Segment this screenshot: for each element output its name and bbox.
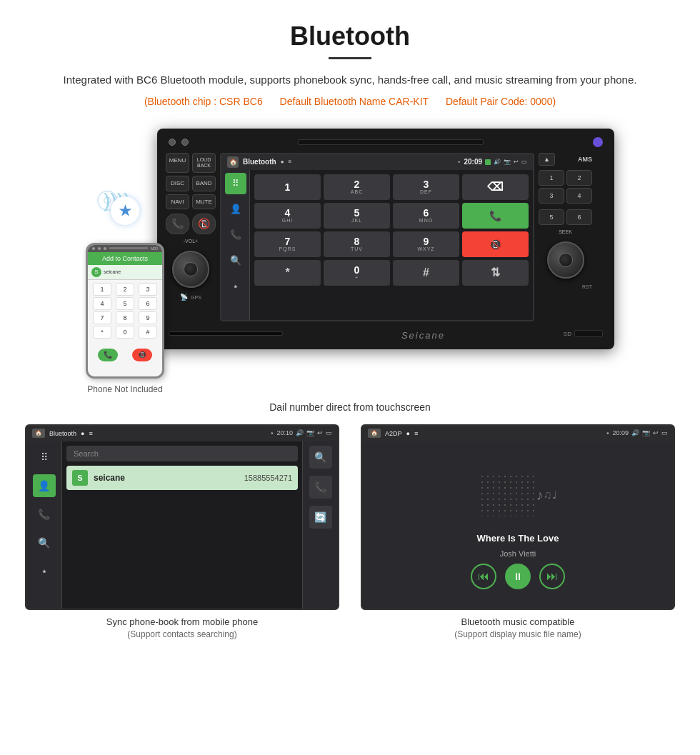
sidebar-contacts-icon[interactable]: 👤 bbox=[225, 199, 246, 220]
music-screenshot-frame: 🏠 A2DP ● ≡ ⭑ 20:09 🔊 📷 ↩ ▭ bbox=[361, 424, 675, 610]
music-home-btn[interactable]: 🏠 bbox=[368, 429, 381, 438]
unit-rbtn-3[interactable]: 3 bbox=[539, 188, 564, 204]
unit-right-knob-section bbox=[539, 241, 592, 279]
main-caption: Dail number direct from touchscreen bbox=[0, 401, 700, 413]
unit-call-btn[interactable]: 📞 bbox=[166, 214, 189, 234]
screen-app-label: Bluetooth bbox=[243, 158, 276, 166]
unit-navi-btn[interactable]: NAVI bbox=[166, 194, 189, 210]
unit-eject-btn[interactable]: ▲ bbox=[539, 153, 555, 166]
music-prev-btn[interactable]: ⏮ bbox=[471, 564, 496, 589]
bt-icon: ⭑ bbox=[458, 159, 461, 166]
dialpad-key-hash[interactable]: # bbox=[393, 260, 459, 286]
unit-disc-btn[interactable]: DISC bbox=[166, 176, 189, 191]
page-description: Integrated with BC6 Bluetooth module, su… bbox=[43, 72, 657, 89]
dialpad-backspace-btn[interactable]: ⌫ bbox=[462, 174, 529, 200]
unit-menu-btn[interactable]: MENU bbox=[166, 153, 189, 174]
seek-label: SEEK bbox=[539, 229, 592, 234]
unit-right-knob[interactable] bbox=[547, 241, 584, 279]
sidebar-bt-icon[interactable]: ⭑ bbox=[225, 276, 246, 297]
pb-action-search[interactable]: 🔍 bbox=[309, 446, 332, 469]
screen-home-btn[interactable]: 🏠 bbox=[227, 156, 239, 168]
unit-rbtn-1[interactable]: 1 bbox=[539, 170, 564, 186]
unit-rbtn-6[interactable]: 6 bbox=[566, 209, 592, 225]
music-screen-icon: 📷 bbox=[642, 429, 650, 437]
screen-menu-icon: ≡ bbox=[289, 159, 292, 165]
unit-screen: 🏠 Bluetooth ● ≡ ⭑ 20:09 🔊 📷 ↩ ▭ bbox=[220, 153, 534, 321]
dialpad-key-8[interactable]: 8 TUV bbox=[324, 231, 390, 257]
pb-call-icon[interactable]: 📞 bbox=[33, 503, 56, 526]
music-screenshot-card: 🏠 A2DP ● ≡ ⭑ 20:09 🔊 📷 ↩ ▭ bbox=[357, 424, 679, 641]
music-vol-icon: 🔊 bbox=[631, 429, 639, 437]
bt-code: Default Pair Code: 0000) bbox=[446, 96, 556, 107]
volume-icon: 🔊 bbox=[494, 159, 501, 165]
screen-status-indicator bbox=[485, 159, 491, 165]
pb-back-icon: ↩ bbox=[317, 429, 323, 437]
unit-left-knob-section bbox=[166, 251, 216, 288]
pb-dot: ● bbox=[81, 430, 84, 437]
pb-contact-name: seicane bbox=[94, 473, 125, 483]
dialpad-key-7[interactable]: 7 PQRS bbox=[254, 231, 321, 257]
phone-call-bar: 📞 📵 bbox=[88, 346, 162, 364]
dialpad-key-0[interactable]: 0 + bbox=[324, 260, 390, 286]
phonebook-screenshot-card: 🏠 Bluetooth ● ≡ ⭑ 20:10 🔊 📷 ↩ ▭ bbox=[21, 424, 343, 641]
unit-end-call-btn[interactable]: 📵 bbox=[192, 214, 216, 234]
pb-contact-number: 15885554271 bbox=[244, 474, 292, 482]
pb-grid-icon[interactable]: ⠿ bbox=[33, 446, 56, 469]
pb-search-sidebar-icon[interactable]: 🔍 bbox=[33, 531, 56, 554]
page-title: Bluetooth bbox=[43, 21, 657, 51]
music-song-title: Where Is The Love bbox=[477, 533, 559, 544]
main-unit-section: ⦾ )))) ⭑ M20 Add to Contacts S seicane bbox=[0, 129, 700, 394]
music-play-btn[interactable]: ⏸ bbox=[505, 564, 531, 589]
pb-bt-sidebar-icon[interactable]: ⭑ bbox=[33, 560, 56, 583]
music-back-icon: ↩ bbox=[653, 429, 659, 437]
sidebar-dialpad-icon[interactable]: ⠿ bbox=[225, 173, 246, 194]
unit-left-buttons: MENU LOUDBACK DISC BAND NAVI MUTE 📞 📵 - bbox=[166, 153, 216, 321]
unit-rbtn-2[interactable]: 2 bbox=[566, 170, 592, 186]
unit-left-knob[interactable] bbox=[172, 251, 209, 288]
pb-sidebar: ⠿ 👤 📞 🔍 ⭑ bbox=[26, 441, 62, 610]
dialpad-key-4[interactable]: 4 GHI bbox=[254, 203, 321, 229]
unit-rbtn-5[interactable]: 5 bbox=[539, 209, 564, 225]
pb-app-label: Bluetooth bbox=[49, 430, 76, 437]
sidebar-search-icon[interactable]: 🔍 bbox=[225, 250, 246, 271]
dialpad-end-btn[interactable]: 📵 bbox=[462, 231, 529, 257]
music-art-area: ♪ ♫ ♩ bbox=[475, 463, 561, 527]
music-content: ♪ ♫ ♩ Where Is The Love Josh Vietti ⏮ ⏸ … bbox=[362, 441, 674, 610]
pb-action-refresh[interactable]: 🔄 bbox=[309, 506, 332, 529]
dialpad-key-1[interactable]: 1 bbox=[254, 174, 321, 200]
pb-bt-icon: ⭑ bbox=[271, 429, 274, 437]
sd-label: SD bbox=[564, 331, 571, 337]
unit-loud-back-btn[interactable]: LOUDBACK bbox=[192, 153, 216, 174]
dialpad-call-btn[interactable]: 📞 bbox=[462, 203, 529, 229]
unit-mute-btn[interactable]: MUTE bbox=[192, 194, 216, 210]
pb-contact-icon[interactable]: 👤 bbox=[33, 474, 56, 497]
unit-band-btn[interactable]: BAND bbox=[192, 176, 216, 191]
bluetooth-logo: ⭑ bbox=[111, 196, 139, 225]
unit-bottom-bar: Seicane SD bbox=[166, 327, 606, 341]
pb-home-btn[interactable]: 🏠 bbox=[32, 429, 45, 438]
dialpad-key-2[interactable]: 2 ABC bbox=[324, 174, 390, 200]
pb-main: Search S seicane 15885554271 bbox=[62, 441, 302, 610]
pb-search-bar[interactable]: Search bbox=[66, 446, 298, 461]
dialpad-key-9[interactable]: 9 WXYZ bbox=[393, 231, 459, 257]
pb-actions: 🔍 📞 🔄 bbox=[302, 441, 338, 610]
unit-rbtn-4[interactable]: 4 bbox=[566, 188, 592, 204]
pb-action-call[interactable]: 📞 bbox=[309, 476, 332, 499]
dialpad-key-6[interactable]: 6 MNO bbox=[393, 203, 459, 229]
sidebar-calllog-icon[interactable]: 📞 bbox=[225, 224, 246, 246]
music-artist: Josh Vietti bbox=[500, 549, 536, 558]
car-unit: MENU LOUDBACK DISC BAND NAVI MUTE 📞 📵 - bbox=[157, 129, 614, 349]
phone-dialpad: 1 2 3 4 5 6 7 8 9 * 0 # bbox=[88, 280, 162, 343]
dialpad-key-3[interactable]: 3 DEF bbox=[393, 174, 459, 200]
pb-contact-row[interactable]: S seicane 15885554271 bbox=[66, 466, 298, 490]
unit-sd-slot bbox=[574, 330, 603, 337]
music-time: 20:09 bbox=[612, 429, 629, 437]
phonebook-caption: Sync phone-book from mobile phone (Suppo… bbox=[106, 616, 258, 641]
pb-contact-letter: S bbox=[72, 470, 88, 486]
bt-name: Default Bluetooth Name CAR-KIT bbox=[280, 96, 429, 107]
dialpad-swap-btn[interactable]: ⇅ bbox=[462, 260, 529, 286]
dialpad-key-star[interactable]: * bbox=[254, 260, 321, 286]
screen-dot-icon: ● bbox=[281, 159, 284, 165]
music-next-btn[interactable]: ⏭ bbox=[539, 564, 565, 589]
dialpad-key-5[interactable]: 5 JKL bbox=[324, 203, 390, 229]
